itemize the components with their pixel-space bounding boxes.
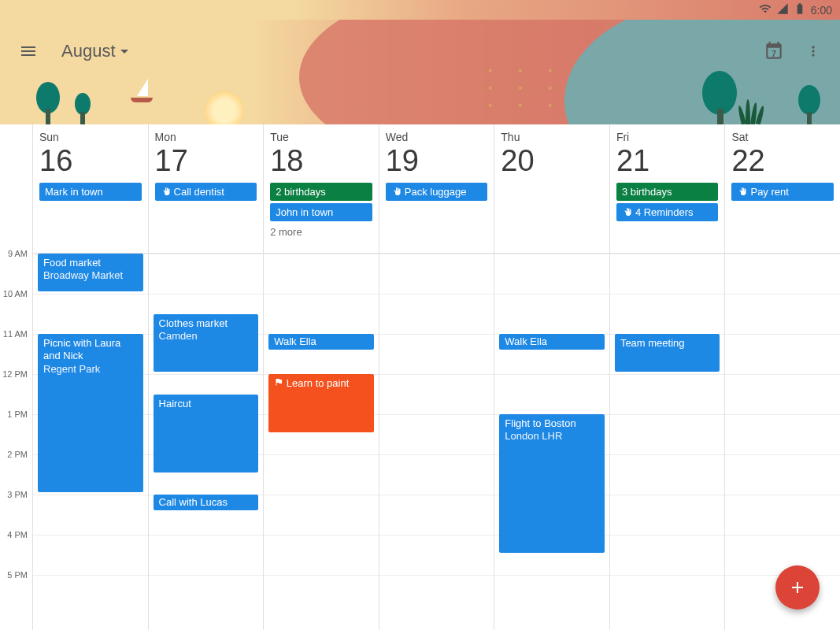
chip-label: John in town [276, 206, 333, 218]
time-label: 11 AM [0, 329, 28, 339]
all-day-event-chip[interactable]: Pack luggage [386, 183, 488, 201]
day-number: 20 [501, 145, 605, 178]
more-events-link[interactable]: 2 more [270, 224, 372, 240]
all-day-section: Fri213 birthdays4 Reminders [610, 124, 725, 254]
event-block[interactable]: Food marketBroadway Market [38, 254, 143, 291]
all-day-section: Mon17Call dentist [149, 124, 264, 254]
event-location: Camden [159, 330, 198, 342]
day-column[interactable]: Wed19Pack luggage [379, 124, 495, 630]
clock-time: 6:00 [811, 4, 832, 17]
event-title: Call with Lucas [159, 496, 228, 508]
all-day-event-chip[interactable]: John in town [270, 203, 372, 221]
chip-label: Mark in town [45, 186, 103, 198]
month-dropdown[interactable]: August [61, 41, 128, 61]
day-column[interactable]: Thu20Walk EllaFlight to BostonLondon LHR [494, 124, 610, 630]
wifi-icon [759, 2, 772, 17]
event-block[interactable]: Walk Ella [499, 334, 605, 350]
hour-grid[interactable]: Food marketBroadway MarketPicnic with La… [33, 254, 148, 630]
event-block[interactable]: Learn to paint [268, 374, 374, 432]
event-title: Clothes market [159, 317, 228, 329]
day-number: 22 [731, 145, 835, 178]
event-title: Flight to Boston [505, 417, 575, 429]
time-label: 10 AM [0, 289, 28, 298]
time-label: 3 PM [0, 490, 28, 499]
time-label: 1 PM [0, 410, 28, 419]
hour-grid[interactable] [379, 254, 494, 630]
all-day-section: Wed19Pack luggage [379, 124, 494, 254]
all-day-section: Sat22Pay rent [725, 124, 840, 254]
today-date: 7 [772, 49, 776, 58]
hour-grid[interactable]: Team meeting [610, 254, 725, 630]
battery-icon [794, 2, 806, 17]
day-column[interactable]: Mon17Call dentistClothes marketCamdenHai… [149, 124, 265, 630]
all-day-section: Thu20 [494, 124, 609, 254]
event-block[interactable]: Haircut [154, 395, 259, 472]
time-label: 12 PM [0, 369, 28, 379]
day-name: Fri [616, 131, 720, 143]
event-title: Walk Ella [274, 335, 316, 347]
all-day-section: Tue182 birthdaysJohn in town2 more [264, 124, 379, 254]
day-name: Thu [501, 131, 605, 143]
time-label: 2 PM [0, 450, 28, 459]
all-day-event-chip[interactable]: 4 Reminders [616, 203, 719, 221]
day-number: 17 [155, 145, 259, 178]
event-block[interactable]: Picnic with Laura and NickRegent Park [38, 334, 143, 492]
chip-label: 2 birthdays [276, 186, 326, 198]
create-button[interactable] [775, 565, 820, 610]
calendar-grid: 9 AM10 AM11 AM12 PM1 PM2 PM3 PM4 PM5 PM … [0, 124, 840, 630]
hour-grid[interactable]: Walk Ella Learn to paint [264, 254, 379, 630]
all-day-event-chip[interactable]: Mark in town [39, 183, 142, 201]
chip-label: 4 Reminders [635, 206, 694, 218]
event-block[interactable]: Team meeting [615, 334, 720, 372]
event-title: Learn to paint [287, 377, 350, 389]
event-block[interactable]: Flight to BostonLondon LHR [499, 414, 605, 553]
day-number: 16 [39, 145, 143, 178]
event-title: Team meeting [620, 337, 685, 349]
status-bar: 6:00 [0, 0, 840, 20]
day-columns[interactable]: Sun16Mark in townFood marketBroadway Mar… [33, 124, 840, 630]
all-day-event-chip[interactable]: 3 birthdays [616, 183, 719, 201]
chip-label: Call dentist [174, 186, 224, 198]
menu-button[interactable] [11, 34, 46, 69]
event-block[interactable]: Clothes marketCamden [154, 314, 259, 372]
day-name: Sun [39, 131, 143, 143]
time-label: 5 PM [0, 570, 28, 580]
time-label: 4 PM [0, 530, 28, 539]
day-name: Wed [386, 131, 490, 143]
overflow-menu-button[interactable] [797, 35, 829, 67]
day-name: Mon [155, 131, 259, 143]
day-number: 18 [270, 145, 374, 178]
all-day-section: Sun16Mark in town [33, 124, 148, 254]
chip-label: Pay rent [750, 186, 788, 198]
day-name: Tue [270, 131, 374, 143]
event-location: Broadway Market [43, 269, 123, 281]
chevron-down-icon [120, 50, 128, 54]
cell-signal-icon [776, 2, 789, 17]
event-title: Haircut [159, 398, 191, 410]
event-title: Food market [43, 257, 101, 269]
day-number: 19 [386, 145, 490, 178]
chip-label: Pack luggage [405, 186, 467, 198]
event-block[interactable]: Walk Ella [268, 334, 374, 350]
all-day-event-chip[interactable]: Pay rent [731, 183, 834, 201]
event-location: Regent Park [43, 363, 100, 375]
chip-label: 3 birthdays [622, 186, 672, 198]
plus-icon [788, 578, 807, 597]
time-axis: 9 AM10 AM11 AM12 PM1 PM2 PM3 PM4 PM5 PM [0, 124, 33, 630]
day-column[interactable]: Fri213 birthdays4 RemindersTeam meeting [610, 124, 726, 630]
hamburger-icon [19, 42, 38, 61]
event-title: Picnic with Laura and Nick [43, 337, 120, 361]
hour-grid[interactable]: Clothes marketCamdenHaircutCall with Luc… [149, 254, 264, 630]
today-button[interactable]: 7 [758, 35, 790, 67]
day-number: 21 [616, 145, 720, 178]
month-label: August [61, 41, 116, 61]
hour-grid[interactable]: Walk EllaFlight to BostonLondon LHR [494, 254, 609, 630]
day-column[interactable]: Tue182 birthdaysJohn in town2 moreWalk E… [264, 124, 379, 630]
day-column[interactable]: Sun16Mark in townFood marketBroadway Mar… [33, 124, 149, 630]
event-location: London LHR [505, 430, 562, 442]
all-day-event-chip[interactable]: 2 birthdays [270, 183, 372, 201]
more-vert-icon [805, 43, 821, 59]
event-block[interactable]: Call with Lucas [154, 495, 259, 510]
all-day-event-chip[interactable]: Call dentist [155, 183, 257, 201]
day-column[interactable]: Sat22Pay rent [725, 124, 840, 630]
